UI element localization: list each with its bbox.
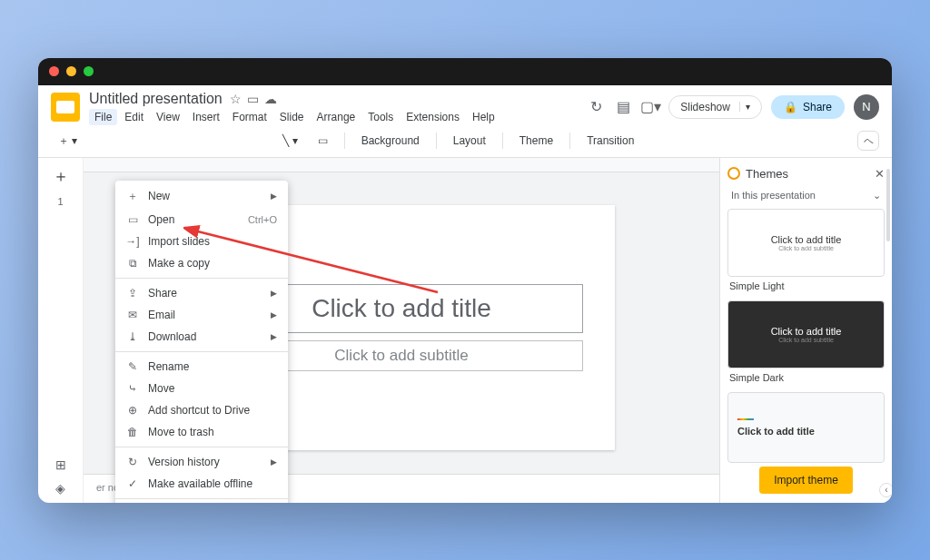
- move-to-trash-icon: 🗑: [126, 426, 139, 438]
- theme-name-dark: Simple Dark: [727, 372, 885, 383]
- close-window-icon[interactable]: [49, 66, 59, 76]
- make-available-offline-icon: ✓: [126, 477, 139, 490]
- menu-edit[interactable]: Edit: [119, 109, 149, 125]
- themes-title: Themes: [746, 167, 788, 181]
- menu-separator: [115, 498, 288, 499]
- file-menu-download[interactable]: ⤓Download▶: [115, 326, 288, 348]
- file-menu-add-shortcut-to-drive[interactable]: ⊕Add shortcut to Drive: [115, 399, 288, 421]
- file-menu-open[interactable]: ▭OpenCtrl+O: [115, 209, 288, 231]
- file-menu-make-available-offline[interactable]: ✓Make available offline: [115, 473, 288, 495]
- menu-separator: [115, 447, 288, 447]
- doc-info: Untitled presentation ☆ ▭ ☁ File Edit Vi…: [89, 91, 578, 125]
- file-menu-move[interactable]: ⤷Move: [115, 378, 288, 399]
- new-slide-button[interactable]: ＋ ▾: [51, 130, 84, 152]
- share-label: Share: [803, 101, 832, 113]
- menu-item-label: Move to trash: [148, 426, 277, 438]
- menu-slide[interactable]: Slide: [274, 109, 310, 125]
- menu-separator: [115, 278, 288, 279]
- import-theme-button[interactable]: Import theme: [759, 467, 853, 494]
- menu-item-label: Download: [148, 330, 262, 343]
- chevron-down-icon[interactable]: ⌄: [873, 190, 881, 201]
- menu-item-label: Move: [148, 382, 277, 395]
- file-menu-email[interactable]: ✉Email▶: [115, 304, 288, 326]
- theme-simple-light[interactable]: Click to add title Click to add subtitle: [727, 209, 885, 277]
- grid-view-icon[interactable]: ⊞: [55, 457, 66, 472]
- make-a-copy-icon: ⧉: [126, 257, 139, 270]
- close-themes-icon[interactable]: ✕: [875, 167, 885, 181]
- import-slides-icon: →]: [126, 235, 139, 248]
- share-icon: ⇪: [126, 287, 139, 300]
- submenu-arrow-icon: ▶: [271, 192, 277, 201]
- menu-tools[interactable]: Tools: [362, 109, 399, 125]
- theme-name-light: Simple Light: [727, 280, 885, 291]
- menu-file[interactable]: File: [89, 109, 117, 125]
- slideshow-button[interactable]: Slideshow ▾: [668, 95, 762, 119]
- file-menu-rename[interactable]: ✎Rename: [115, 356, 288, 378]
- menu-format[interactable]: Format: [227, 109, 272, 125]
- version-history-icon: ↻: [126, 456, 139, 468]
- submenu-arrow-icon: ▶: [271, 332, 277, 341]
- slideshow-dropdown-icon[interactable]: ▾: [739, 102, 750, 112]
- scrollbar[interactable]: [886, 169, 890, 241]
- slide-panel: ＋ 1 ⊞ ◈: [38, 158, 84, 503]
- comments-icon[interactable]: ▤: [614, 98, 632, 116]
- file-menu-move-to-trash[interactable]: 🗑Move to trash: [115, 421, 288, 443]
- theme-streamline[interactable]: Click to add title: [727, 392, 885, 462]
- cloud-icon[interactable]: ☁: [264, 92, 277, 106]
- theme-simple-dark[interactable]: Click to add title Click to add subtitle: [727, 300, 885, 368]
- menu-help[interactable]: Help: [467, 109, 500, 125]
- maximize-window-icon[interactable]: [84, 66, 94, 76]
- meet-icon[interactable]: ▢▾: [641, 98, 659, 116]
- shortcut-label: Ctrl+O: [248, 214, 277, 225]
- menu-item-label: Version history: [148, 456, 262, 468]
- avatar[interactable]: N: [854, 94, 879, 120]
- theme-button[interactable]: Theme: [512, 131, 560, 151]
- header-right: ↻ ▤ ▢▾ Slideshow ▾ 🔒 Share N: [587, 94, 879, 120]
- app-window: Untitled presentation ☆ ▭ ☁ File Edit Vi…: [38, 58, 892, 503]
- textbox-tool[interactable]: ▭: [311, 131, 335, 151]
- collapse-panel-icon[interactable]: ‹: [879, 483, 892, 497]
- themes-icon: [727, 167, 740, 180]
- menu-item-label: New: [148, 190, 262, 202]
- slides-logo[interactable]: [51, 93, 80, 122]
- minimize-window-icon[interactable]: [66, 66, 76, 76]
- menu-arrange[interactable]: Arrange: [312, 109, 361, 125]
- share-button[interactable]: 🔒 Share: [771, 95, 845, 119]
- open-icon: ▭: [126, 213, 139, 226]
- menu-insert[interactable]: Insert: [187, 109, 225, 125]
- download-icon: ⤓: [126, 330, 139, 343]
- transition-button[interactable]: Transition: [579, 131, 641, 151]
- background-button[interactable]: Background: [354, 131, 427, 151]
- menu-view[interactable]: View: [151, 109, 185, 125]
- themes-panel: Themes ✕ In this presentation ⌄ Click to…: [719, 158, 892, 503]
- new-icon: ＋: [126, 189, 139, 204]
- doc-title[interactable]: Untitled presentation: [89, 91, 223, 107]
- file-menu-new[interactable]: ＋New▶: [115, 184, 288, 209]
- menu-item-label: Make a copy: [148, 257, 277, 270]
- explore-icon[interactable]: ◈: [55, 481, 66, 496]
- toolbar: ＋ ▾ x ╲ ▾ ▭ Background Layout Theme Tran…: [38, 125, 892, 158]
- header: Untitled presentation ☆ ▭ ☁ File Edit Vi…: [38, 85, 892, 125]
- file-menu-make-a-copy[interactable]: ⧉Make a copy: [115, 252, 288, 274]
- email-icon: ✉: [126, 309, 139, 321]
- submenu-arrow-icon: ▶: [271, 289, 277, 298]
- file-menu-share[interactable]: ⇪Share▶: [115, 282, 288, 304]
- move-icon[interactable]: ▭: [247, 92, 259, 106]
- menu-item-label: Rename: [148, 360, 277, 373]
- star-icon[interactable]: ☆: [230, 92, 242, 106]
- file-menu-dropdown: ＋New▶▭OpenCtrl+O→]Import slides⧉Make a c…: [115, 181, 288, 503]
- add-slide-icon[interactable]: ＋: [53, 165, 69, 187]
- ruler: [84, 158, 719, 172]
- file-menu-import-slides[interactable]: →]Import slides: [115, 231, 288, 252]
- layout-button[interactable]: Layout: [446, 131, 493, 151]
- collapse-toolbar-icon[interactable]: ヘ: [857, 131, 879, 151]
- menu-extensions[interactable]: Extensions: [401, 109, 465, 125]
- add-shortcut-to-drive-icon: ⊕: [126, 404, 139, 417]
- history-icon[interactable]: ↻: [587, 98, 605, 116]
- submenu-arrow-icon: ▶: [271, 457, 277, 467]
- menu-item-label: Import slides: [148, 235, 277, 248]
- line-tool[interactable]: ╲ ▾: [275, 131, 304, 151]
- menu-item-label: Open: [148, 213, 239, 226]
- file-menu-version-history[interactable]: ↻Version history▶: [115, 451, 288, 473]
- menu-bar: File Edit View Insert Format Slide Arran…: [89, 109, 578, 125]
